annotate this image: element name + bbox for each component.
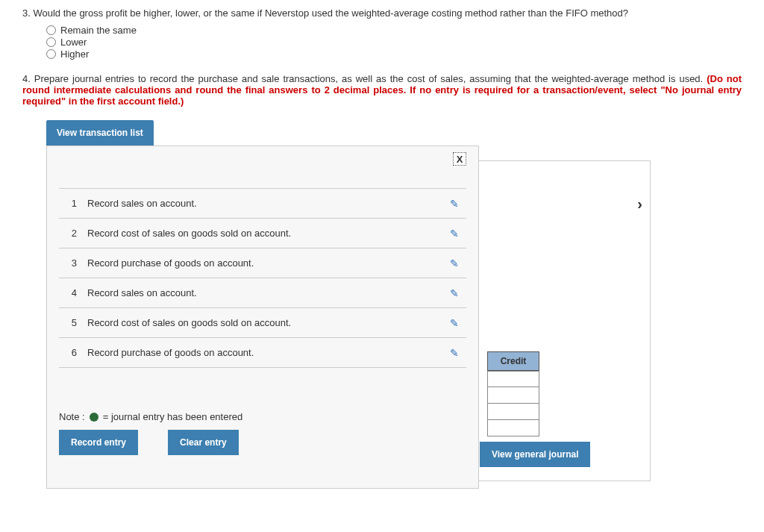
- pencil-icon[interactable]: ✎: [450, 257, 459, 269]
- credit-cell[interactable]: [487, 404, 539, 420]
- q4-number: 4.: [22, 73, 31, 84]
- pencil-icon[interactable]: ✎: [450, 317, 459, 329]
- transaction-row[interactable]: 6 Record purchase of goods on account. ✎: [59, 338, 466, 368]
- journal-entry-area: View transaction list › Credit View gene…: [46, 120, 742, 496]
- option-label: Remain the same: [60, 25, 137, 36]
- transaction-row[interactable]: 1 Record sales on account. ✎: [59, 189, 466, 219]
- credit-cells: [487, 371, 539, 436]
- pencil-icon[interactable]: ✎: [450, 347, 459, 359]
- q3-text: Would the gross profit be higher, lower,…: [33, 7, 628, 19]
- close-icon[interactable]: X: [453, 152, 466, 166]
- view-general-journal-button[interactable]: View general journal: [480, 442, 590, 467]
- transaction-number: 1: [66, 198, 77, 209]
- note-text: = journal entry has been entered: [103, 411, 243, 422]
- transaction-number: 2: [66, 228, 77, 239]
- transaction-number: 3: [66, 257, 77, 269]
- transaction-number: 4: [66, 287, 77, 298]
- transaction-row[interactable]: 3 Record purchase of goods on account. ✎: [59, 248, 466, 278]
- q3-option-same[interactable]: Remain the same: [46, 25, 742, 36]
- q3-options: Remain the same Lower Higher: [46, 25, 742, 60]
- transaction-number: 5: [66, 317, 77, 328]
- radio-lower[interactable]: [46, 37, 56, 47]
- credit-column-header: Credit: [487, 351, 539, 371]
- journal-entry-panel: › Credit View general journal: [449, 160, 651, 481]
- pencil-icon[interactable]: ✎: [450, 198, 459, 210]
- transaction-desc: Record purchase of goods on account.: [87, 347, 439, 358]
- q3-option-lower[interactable]: Lower: [46, 37, 742, 48]
- question-3: 3. Would the gross profit be higher, low…: [22, 7, 742, 60]
- clear-entry-button[interactable]: Clear entry: [168, 430, 239, 455]
- transaction-row[interactable]: 2 Record cost of sales on goods sold on …: [59, 219, 466, 248]
- transaction-desc: Record cost of sales on goods sold on ac…: [87, 228, 439, 239]
- transaction-number: 6: [66, 347, 77, 358]
- transaction-list: 1 Record sales on account. ✎ 2 Record co…: [59, 188, 466, 368]
- bottom-buttons: Record entry Clear entry: [59, 430, 466, 455]
- transaction-desc: Record cost of sales on goods sold on ac…: [87, 317, 439, 328]
- pencil-icon[interactable]: ✎: [450, 228, 459, 240]
- transaction-row[interactable]: 4 Record sales on account. ✎: [59, 278, 466, 308]
- credit-cell[interactable]: [487, 387, 539, 404]
- transaction-desc: Record sales on account.: [87, 198, 439, 209]
- q4-text-black: Prepare journal entries to record the pu…: [34, 73, 707, 84]
- option-label: Higher: [60, 48, 89, 60]
- transaction-desc: Record purchase of goods on account.: [87, 257, 439, 269]
- transaction-list-panel: X 1 Record sales on account. ✎ 2 Record …: [46, 145, 479, 489]
- transaction-row[interactable]: 5 Record cost of sales on goods sold on …: [59, 308, 466, 338]
- view-transaction-list-button[interactable]: View transaction list: [46, 120, 154, 145]
- radio-same[interactable]: [46, 25, 56, 35]
- credit-cell[interactable]: [487, 371, 539, 387]
- record-entry-button[interactable]: Record entry: [59, 430, 138, 455]
- green-dot-icon: [90, 413, 98, 422]
- note-line: Note : = journal entry has been entered: [59, 411, 466, 422]
- option-label: Lower: [60, 37, 87, 48]
- next-arrow-icon[interactable]: ›: [637, 195, 642, 213]
- question-4: 4. Prepare journal entries to record the…: [22, 73, 742, 107]
- q3-option-higher[interactable]: Higher: [46, 48, 742, 60]
- radio-higher[interactable]: [46, 49, 56, 59]
- pencil-icon[interactable]: ✎: [450, 287, 459, 299]
- note-prefix: Note :: [59, 411, 85, 422]
- q3-number: 3.: [22, 7, 31, 19]
- credit-cell[interactable]: [487, 420, 539, 436]
- transaction-desc: Record sales on account.: [87, 287, 439, 298]
